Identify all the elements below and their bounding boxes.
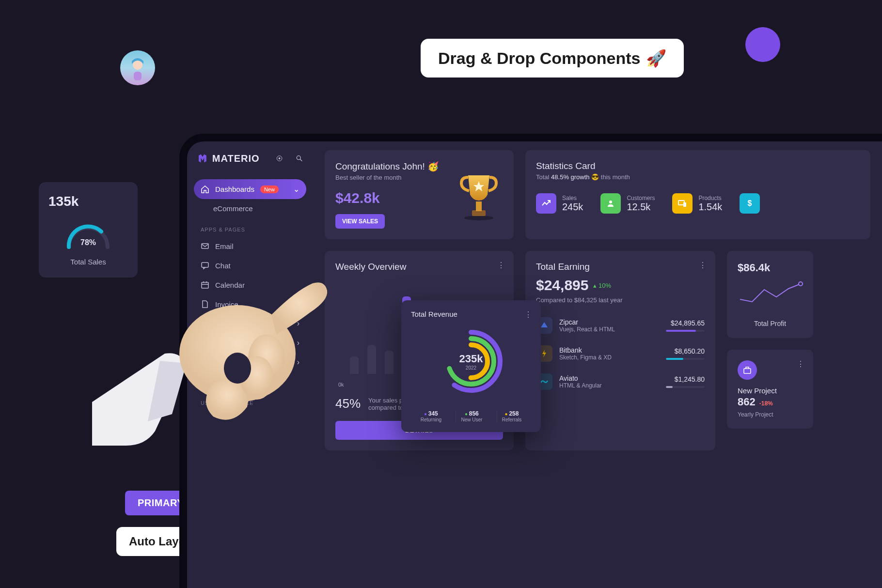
earning-item: AviatoHTML & Angular$1,245.80: [536, 373, 705, 390]
drag-drop-badge: Drag & Drop Components 🚀: [421, 39, 684, 77]
earning-value: $24,895.65: [666, 319, 705, 327]
legend-item: ● 345Returning: [416, 410, 446, 422]
new-project-card: ⋮ New Project 862 -18% Yearly Project: [727, 350, 813, 429]
stats-sub: Total 48.5% growth 😎 this month: [536, 173, 860, 181]
total-profit-card: $86.4k Total Profit: [727, 251, 813, 338]
svg-text:$: $: [748, 199, 752, 207]
svg-point-32: [224, 353, 251, 384]
earning-name: Aviato: [559, 374, 659, 382]
trend-icon: [536, 193, 556, 214]
nav-dashboards[interactable]: Dashboards New ⌄: [194, 179, 306, 199]
profit-sparkline: [738, 280, 805, 309]
trophy-icon: [457, 172, 500, 221]
briefcase-icon: [738, 360, 757, 380]
brand: MATERIO: [194, 151, 306, 166]
earning-item: BitbankSketch, Figma & XD$8,650.20: [536, 345, 705, 362]
svg-rect-1: [134, 72, 142, 80]
svg-rect-22: [683, 202, 686, 207]
project-value: 862: [738, 396, 756, 408]
stats-title: Statistics Card: [536, 161, 860, 171]
more-icon[interactable]: ⋮: [497, 261, 505, 270]
earning-amount: $24,895: [536, 277, 588, 294]
statistics-card: Statistics Card Total 48.5% growth 😎 thi…: [525, 150, 870, 239]
nav-label: Dashboards: [215, 185, 254, 193]
brand-name: MATERIO: [212, 153, 260, 164]
earning-tech: Sketch, Figma & XD: [559, 354, 659, 361]
congrats-card: Congratulations John! 🥳 Best seller of t…: [325, 150, 514, 239]
more-icon[interactable]: ⋮: [699, 261, 707, 270]
bar: [367, 345, 376, 374]
profit-amount: $86.4k: [738, 262, 803, 274]
svg-line-6: [300, 159, 301, 161]
more-icon[interactable]: ⋮: [524, 310, 532, 319]
main-content: Congratulations John! 🥳 Best seller of t…: [313, 141, 882, 588]
earning-name: Bitbank: [559, 346, 659, 354]
profit-label: Total Profit: [738, 320, 803, 327]
stat-customers: Customers12.5k: [600, 193, 655, 214]
decoration-circle: [745, 27, 780, 62]
legend-item: ● 258Referrals: [497, 410, 527, 422]
earning-title: Total Earning: [536, 262, 705, 272]
earning-sub: Compared to $84,325 last year: [536, 296, 705, 304]
svg-point-4: [278, 157, 280, 159]
nav-email[interactable]: Email: [194, 236, 306, 256]
stat-sales: Sales245k: [536, 193, 583, 214]
svg-point-20: [609, 201, 612, 203]
total-earning-card: Total Earning ⋮ $24,895 ▴ 10% Compared t…: [525, 251, 715, 450]
project-title: New Project: [738, 387, 803, 395]
earning-value: $8,650.20: [666, 347, 705, 355]
earning-name: Zipcar: [559, 318, 659, 326]
legend-item: ● 856New User: [456, 410, 487, 422]
total-revenue-float[interactable]: Total Revenue ⋮ 235k 2022 ● 345Returning…: [401, 300, 541, 432]
dollar-icon: $: [740, 193, 760, 214]
sales-value: 135k: [48, 194, 128, 209]
view-sales-button[interactable]: VIEW SALES: [335, 214, 385, 229]
svg-point-16: [464, 216, 493, 220]
search-icon[interactable]: [296, 154, 302, 163]
person-icon: [600, 193, 621, 214]
stat-products: Products1.54k: [672, 193, 722, 214]
radio-icon[interactable]: [276, 154, 283, 163]
svg-rect-18: [476, 201, 482, 211]
hand-illustration: [92, 266, 363, 484]
revenue-title: Total Revenue: [411, 310, 531, 318]
sales-label: Total Sales: [48, 258, 128, 266]
project-sub: Yearly Project: [738, 411, 803, 418]
brand-logo-icon: [198, 151, 207, 166]
congrats-title: Congratulations John! 🥳: [335, 161, 503, 172]
svg-text:78%: 78%: [80, 238, 96, 247]
earning-item: ZipcarVuejs, React & HTML$24,895.65: [536, 317, 705, 334]
mail-icon: [201, 242, 209, 250]
earning-tech: HTML & Angular: [559, 382, 659, 389]
rocket-icon: 🚀: [646, 48, 666, 68]
revenue-year: 2022: [459, 365, 483, 371]
svg-point-5: [297, 156, 300, 160]
earning-tech: Vuejs, React & HTML: [559, 326, 659, 333]
earning-growth: ▴ 10%: [593, 282, 611, 289]
chevron-down-icon: ⌄: [293, 185, 299, 194]
stat-revenue-partial: $: [740, 193, 760, 214]
more-icon[interactable]: ⋮: [797, 359, 804, 369]
gauge: 78%: [48, 218, 128, 252]
bar: [385, 351, 394, 374]
sales-mini-card: 135k 78% Total Sales: [39, 182, 138, 278]
svg-point-24: [799, 282, 803, 286]
project-change: -18%: [759, 400, 773, 407]
new-badge: New: [260, 186, 279, 193]
nav-ecommerce[interactable]: eCommerce: [194, 199, 306, 218]
revenue-value: 235k: [459, 353, 483, 365]
svg-rect-7: [202, 244, 208, 248]
svg-rect-25: [744, 369, 751, 373]
devices-icon: [672, 193, 693, 214]
home-icon: [201, 185, 209, 194]
avatar: [120, 50, 155, 85]
nav-section-apps: APPS & PAGES: [194, 218, 306, 236]
drag-drop-text: Drag & Drop Components: [438, 49, 640, 68]
earning-value: $1,245.80: [666, 375, 705, 383]
